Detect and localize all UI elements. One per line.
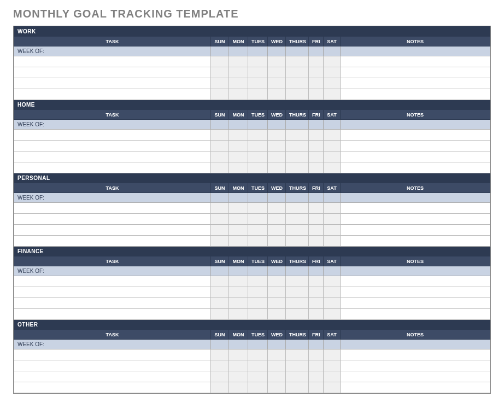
- day-cell[interactable]: [211, 236, 229, 247]
- day-cell[interactable]: [211, 56, 229, 67]
- week-of-day-cell[interactable]: [286, 120, 309, 130]
- day-cell[interactable]: [324, 67, 341, 78]
- day-cell[interactable]: [286, 360, 309, 371]
- week-of-notes-cell[interactable]: [341, 193, 490, 203]
- week-of-day-cell[interactable]: [229, 266, 248, 276]
- day-cell[interactable]: [268, 236, 286, 247]
- day-cell[interactable]: [324, 309, 341, 320]
- day-cell[interactable]: [229, 287, 248, 298]
- day-cell[interactable]: [286, 382, 309, 393]
- day-cell[interactable]: [248, 349, 268, 360]
- day-cell[interactable]: [211, 141, 229, 151]
- week-of-notes-cell[interactable]: [341, 46, 490, 56]
- week-of-notes-cell[interactable]: [341, 340, 490, 349]
- day-cell[interactable]: [286, 141, 309, 151]
- day-cell[interactable]: [309, 78, 324, 89]
- week-of-day-cell[interactable]: [211, 266, 229, 276]
- day-cell[interactable]: [229, 67, 248, 78]
- day-cell[interactable]: [309, 162, 324, 173]
- day-cell[interactable]: [211, 276, 229, 287]
- day-cell[interactable]: [248, 298, 268, 309]
- week-of-day-cell[interactable]: [268, 46, 286, 56]
- day-cell[interactable]: [211, 151, 229, 162]
- day-cell[interactable]: [309, 203, 324, 214]
- day-cell[interactable]: [229, 56, 248, 67]
- week-of-day-cell[interactable]: [229, 120, 248, 130]
- day-cell[interactable]: [309, 371, 324, 382]
- day-cell[interactable]: [211, 287, 229, 298]
- day-cell[interactable]: [324, 276, 341, 287]
- notes-cell[interactable]: [341, 130, 490, 141]
- day-cell[interactable]: [268, 151, 286, 162]
- day-cell[interactable]: [268, 309, 286, 320]
- week-of-day-cell[interactable]: [309, 266, 324, 276]
- day-cell[interactable]: [286, 151, 309, 162]
- day-cell[interactable]: [324, 203, 341, 214]
- day-cell[interactable]: [309, 309, 324, 320]
- week-of-day-cell[interactable]: [268, 340, 286, 349]
- day-cell[interactable]: [211, 130, 229, 141]
- task-cell[interactable]: [14, 360, 211, 371]
- day-cell[interactable]: [324, 225, 341, 236]
- day-cell[interactable]: [309, 360, 324, 371]
- day-cell[interactable]: [229, 309, 248, 320]
- day-cell[interactable]: [324, 214, 341, 225]
- day-cell[interactable]: [324, 89, 341, 100]
- day-cell[interactable]: [324, 287, 341, 298]
- notes-cell[interactable]: [341, 298, 490, 309]
- day-cell[interactable]: [309, 298, 324, 309]
- day-cell[interactable]: [248, 78, 268, 89]
- day-cell[interactable]: [268, 141, 286, 151]
- day-cell[interactable]: [324, 56, 341, 67]
- day-cell[interactable]: [324, 130, 341, 141]
- day-cell[interactable]: [211, 225, 229, 236]
- day-cell[interactable]: [309, 276, 324, 287]
- day-cell[interactable]: [248, 89, 268, 100]
- week-of-day-cell[interactable]: [324, 340, 341, 349]
- day-cell[interactable]: [286, 309, 309, 320]
- day-cell[interactable]: [248, 56, 268, 67]
- notes-cell[interactable]: [341, 141, 490, 151]
- week-of-day-cell[interactable]: [248, 120, 268, 130]
- day-cell[interactable]: [309, 67, 324, 78]
- day-cell[interactable]: [309, 130, 324, 141]
- day-cell[interactable]: [229, 78, 248, 89]
- week-of-day-cell[interactable]: [268, 193, 286, 203]
- day-cell[interactable]: [268, 225, 286, 236]
- task-cell[interactable]: [14, 349, 211, 360]
- week-of-day-cell[interactable]: [324, 193, 341, 203]
- day-cell[interactable]: [286, 225, 309, 236]
- day-cell[interactable]: [211, 203, 229, 214]
- notes-cell[interactable]: [341, 382, 490, 393]
- day-cell[interactable]: [268, 89, 286, 100]
- task-cell[interactable]: [14, 78, 211, 89]
- day-cell[interactable]: [248, 309, 268, 320]
- day-cell[interactable]: [286, 214, 309, 225]
- week-of-day-cell[interactable]: [248, 193, 268, 203]
- day-cell[interactable]: [248, 276, 268, 287]
- day-cell[interactable]: [286, 130, 309, 141]
- day-cell[interactable]: [248, 287, 268, 298]
- day-cell[interactable]: [248, 214, 268, 225]
- week-of-day-cell[interactable]: [324, 120, 341, 130]
- day-cell[interactable]: [286, 67, 309, 78]
- day-cell[interactable]: [268, 214, 286, 225]
- day-cell[interactable]: [286, 276, 309, 287]
- week-of-day-cell[interactable]: [268, 266, 286, 276]
- day-cell[interactable]: [211, 382, 229, 393]
- task-cell[interactable]: [14, 371, 211, 382]
- week-of-day-cell[interactable]: [211, 340, 229, 349]
- day-cell[interactable]: [248, 141, 268, 151]
- day-cell[interactable]: [211, 309, 229, 320]
- day-cell[interactable]: [229, 276, 248, 287]
- task-cell[interactable]: [14, 67, 211, 78]
- day-cell[interactable]: [229, 298, 248, 309]
- task-cell[interactable]: [14, 382, 211, 393]
- week-of-day-cell[interactable]: [211, 193, 229, 203]
- notes-cell[interactable]: [341, 287, 490, 298]
- day-cell[interactable]: [229, 371, 248, 382]
- notes-cell[interactable]: [341, 151, 490, 162]
- day-cell[interactable]: [229, 236, 248, 247]
- day-cell[interactable]: [229, 141, 248, 151]
- day-cell[interactable]: [248, 382, 268, 393]
